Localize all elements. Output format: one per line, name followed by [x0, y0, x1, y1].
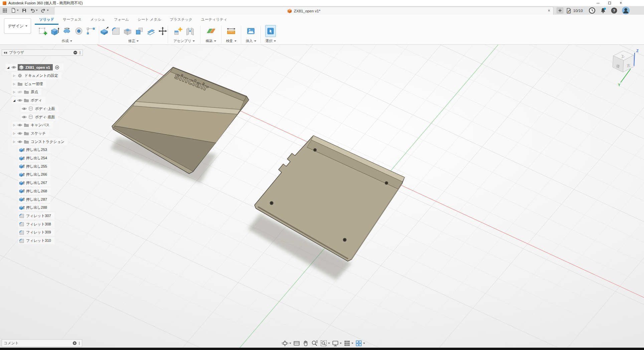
- press-pull-button[interactable]: [99, 25, 110, 37]
- viewports-button[interactable]: [355, 340, 365, 347]
- panel-construct-label[interactable]: 構築: [200, 38, 221, 43]
- browser-item-document-settings[interactable]: ▷ ドキュメントの設定: [12, 72, 61, 79]
- create-sketch-button[interactable]: [37, 25, 48, 37]
- close-window-button[interactable]: ×: [620, 0, 622, 6]
- feature-extrude[interactable]: 押し出し268: [18, 188, 50, 195]
- panel-display-toggle-icon[interactable]: [73, 50, 77, 55]
- add-comment-icon[interactable]: [72, 341, 77, 345]
- panel-inspect-label[interactable]: 検査: [221, 38, 241, 43]
- feature-extrude[interactable]: 押し出し255: [18, 163, 50, 170]
- browser-item-construction[interactable]: ▷ コンストラクション: [12, 138, 68, 145]
- combine-button[interactable]: [134, 25, 145, 37]
- orbit-button[interactable]: [281, 340, 291, 347]
- panel-insert-label[interactable]: 挿入: [241, 38, 261, 43]
- feature-fillet[interactable]: フィレット307: [18, 212, 54, 219]
- grid-snap-button[interactable]: [343, 340, 353, 347]
- expand-icon[interactable]: ▷: [12, 132, 17, 135]
- feature-extrude[interactable]: 押し出し266: [18, 171, 50, 178]
- redo-button[interactable]: [41, 8, 49, 13]
- browser-item-named-views[interactable]: ▷ ビュー管理: [12, 80, 46, 88]
- close-document-icon[interactable]: ×: [548, 8, 550, 13]
- sketch-dimension-button[interactable]: [86, 25, 96, 37]
- look-at-button[interactable]: [293, 340, 300, 347]
- tab-mesh[interactable]: メッシュ: [86, 15, 110, 25]
- display-settings-button[interactable]: [332, 340, 342, 347]
- panel-grip[interactable]: ∥: [79, 51, 81, 54]
- expand-icon[interactable]: ▷: [12, 124, 17, 127]
- new-document-button[interactable]: [556, 7, 564, 14]
- minimize-button[interactable]: [597, 3, 600, 3]
- visibility-eye-icon[interactable]: [21, 107, 27, 111]
- app-grid-icon[interactable]: [2, 8, 8, 13]
- feature-fillet[interactable]: フィレット309: [18, 229, 54, 236]
- expand-icon[interactable]: ▷: [12, 74, 17, 77]
- activate-component-icon[interactable]: [54, 65, 60, 70]
- browser-item-canvases[interactable]: ▷ キャンバス: [12, 122, 53, 129]
- fillet-button[interactable]: [111, 25, 121, 37]
- avatar[interactable]: [622, 6, 630, 15]
- select-button[interactable]: [265, 25, 276, 37]
- visibility-eye-off-icon[interactable]: [17, 90, 23, 94]
- tab-utilities[interactable]: ユーティリティ: [197, 15, 232, 25]
- fit-button[interactable]: [320, 340, 330, 347]
- job-status-icon[interactable]: [589, 7, 596, 14]
- panel-assemble-label[interactable]: アセンブリ: [168, 38, 200, 43]
- browser-item-sketches[interactable]: ▷ スケッチ: [12, 130, 49, 137]
- panel-create-label[interactable]: 作成: [35, 38, 99, 43]
- collapse-panel-icon[interactable]: [4, 51, 7, 54]
- expand-icon[interactable]: ▷: [12, 91, 17, 94]
- pan-button[interactable]: [302, 340, 309, 347]
- notifications-icon[interactable]: [600, 7, 607, 14]
- undo-button[interactable]: [30, 8, 38, 13]
- maximize-button[interactable]: [608, 2, 611, 4]
- browser-item-bodies[interactable]: ◢ ボディ: [12, 97, 45, 104]
- viewport-canvas[interactable]: sinclair 上 後 左 Z Y: [0, 0, 644, 350]
- panel-grip[interactable]: ∥: [78, 341, 80, 345]
- new-component-button[interactable]: [173, 25, 183, 37]
- browser-root-item[interactable]: ◢ ZX81_open v1: [6, 64, 64, 71]
- feature-extrude[interactable]: 押し出し253: [18, 146, 50, 153]
- zoom-button[interactable]: [311, 340, 318, 347]
- panel-modify-label[interactable]: 修正: [99, 38, 168, 43]
- offset-face-button[interactable]: [146, 25, 156, 37]
- panel-select-label[interactable]: 選択: [261, 38, 280, 43]
- document-tab[interactable]: ZX81_open v1* ×: [54, 7, 553, 15]
- visibility-eye-icon[interactable]: [17, 132, 23, 135]
- feature-extrude[interactable]: 押し出し267: [18, 179, 50, 186]
- feature-fillet[interactable]: フィレット308: [18, 221, 54, 228]
- hole-button[interactable]: [73, 25, 84, 37]
- extrude-button[interactable]: [49, 25, 60, 37]
- credits-indicator[interactable]: 10/10: [566, 7, 583, 14]
- visibility-eye-icon[interactable]: [17, 123, 23, 127]
- visibility-eye-icon[interactable]: [21, 115, 27, 119]
- browser-item-body-top[interactable]: ボディ·上面: [21, 105, 58, 112]
- save-button[interactable]: [22, 8, 27, 13]
- revolve-button[interactable]: [61, 25, 72, 37]
- help-icon[interactable]: [611, 7, 618, 14]
- feature-extrude[interactable]: 押し出し287: [18, 196, 50, 203]
- tab-solid[interactable]: ソリッド: [35, 15, 58, 25]
- feature-fillet[interactable]: フィレット310: [18, 237, 54, 244]
- feature-extrude[interactable]: 押し出し254: [18, 155, 50, 162]
- visibility-eye-icon[interactable]: [17, 99, 23, 102]
- visibility-eye-icon[interactable]: [11, 65, 17, 69]
- joint-button[interactable]: [185, 25, 195, 37]
- tab-surface[interactable]: サーフェス: [58, 15, 86, 25]
- browser-item-origin[interactable]: ▷ 原点: [12, 89, 41, 96]
- browser-header[interactable]: ブラウザ ∥: [2, 49, 83, 56]
- browser-item-body-bottom[interactable]: ボディ·底面: [21, 114, 58, 121]
- file-menu-button[interactable]: [11, 8, 19, 13]
- expand-icon[interactable]: ▷: [12, 82, 17, 85]
- tab-form[interactable]: フォーム: [110, 15, 133, 25]
- shell-button[interactable]: [123, 25, 133, 37]
- workspace-selector[interactable]: デザイン: [4, 18, 31, 34]
- tab-plastic[interactable]: プラスチック: [165, 15, 197, 25]
- move-copy-button[interactable]: [157, 25, 168, 37]
- insert-button[interactable]: [246, 25, 256, 37]
- expand-icon[interactable]: ◢: [12, 99, 17, 102]
- visibility-eye-icon[interactable]: [17, 140, 23, 144]
- measure-button[interactable]: [226, 25, 236, 37]
- expand-icon[interactable]: ◢: [6, 66, 11, 69]
- feature-extrude[interactable]: 押し出し288: [18, 204, 50, 211]
- tab-sheet-metal[interactable]: シート メタル: [133, 15, 165, 25]
